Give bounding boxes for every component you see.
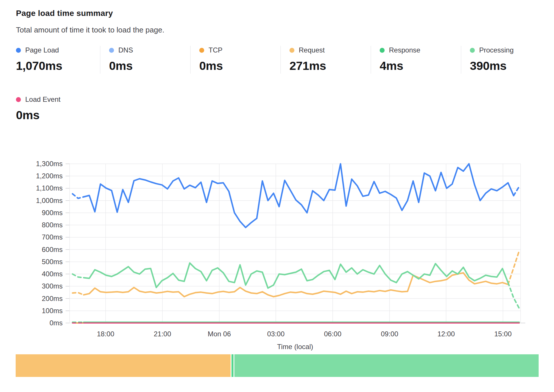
y-axis-tick-label: 500ms	[42, 258, 63, 266]
y-axis-tick-label: 800ms	[42, 221, 63, 229]
series-line-request	[73, 293, 84, 295]
series-line-page-load	[84, 164, 514, 228]
y-axis-tick-label: 900ms	[42, 209, 63, 217]
y-axis-tick-label: 700ms	[42, 233, 63, 241]
series-line-processing	[84, 263, 508, 288]
series-line-request	[508, 251, 519, 284]
series-line-page-load	[73, 194, 84, 199]
series-line-request	[84, 273, 508, 297]
bar-segment-response-period[interactable]	[234, 354, 539, 377]
y-axis-tick-label: 1,200ms	[36, 172, 63, 180]
y-axis-tick-label: 200ms	[42, 295, 63, 302]
y-axis-tick-label: 1,000ms	[36, 197, 63, 204]
x-axis-title: Time (local)	[277, 343, 313, 351]
y-axis-tick-label: 300ms	[42, 282, 63, 290]
x-axis-tick-label: Mon 06	[208, 330, 231, 338]
x-axis-tick-label: 12:00	[437, 330, 455, 338]
y-axis-tick-label: 1,300ms	[36, 160, 63, 168]
page-load-summary-panel: { "header": { "title": "Page load time s…	[0, 0, 554, 392]
x-axis-tick-label: 18:00	[97, 330, 114, 338]
x-axis-tick-label: 21:00	[154, 330, 171, 338]
series-line-processing	[73, 274, 84, 278]
x-axis-tick-label: 06:00	[324, 330, 341, 338]
time-range-bar[interactable]	[16, 354, 539, 377]
x-axis-tick-label: 15:00	[494, 330, 512, 338]
y-axis-tick-label: 1,100ms	[36, 184, 63, 192]
x-axis-tick-label: 03:00	[267, 330, 285, 338]
y-axis-tick-label: 100ms	[42, 307, 63, 315]
y-axis-tick-label: 400ms	[42, 270, 63, 278]
bar-segment-divider-sliver[interactable]	[231, 354, 233, 377]
x-axis-tick-label: 09:00	[381, 330, 398, 338]
y-axis-tick-label: 0ms	[50, 319, 63, 327]
bar-segment-request-period[interactable]	[16, 354, 231, 377]
series-line-page-load	[514, 186, 519, 196]
y-axis-tick-label: 600ms	[42, 246, 63, 253]
page-load-time-chart[interactable]: 0ms100ms200ms300ms400ms500ms600ms700ms80…	[0, 0, 554, 392]
